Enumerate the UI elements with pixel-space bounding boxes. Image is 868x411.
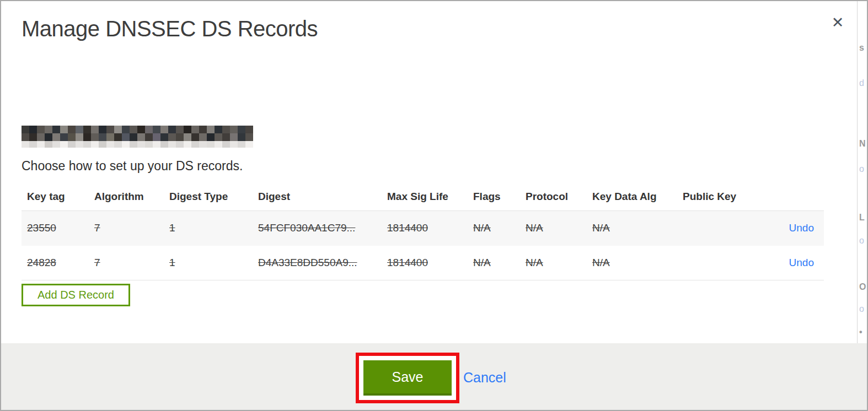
col-header-digest-type: Digest Type [164,183,253,211]
cell-key-tag: 23550 [22,211,89,246]
cancel-link[interactable]: Cancel [463,370,506,386]
cell-public-key [677,211,758,246]
col-header-protocol: Protocol [520,183,587,211]
cell-actions: Undo [758,211,824,246]
annotation-red-box: Save [356,353,459,403]
col-header-flags: Flags [468,183,520,211]
col-header-public-key: Public Key [677,183,758,211]
col-header-algorithm: Algorithm [89,183,164,211]
cell-protocol: N/A [520,246,587,280]
cell-protocol: N/A [520,211,587,246]
table-row: 23550 7 1 54FCF030AA1C79... 1814400 N/A … [22,211,824,246]
cell-public-key [677,246,758,280]
redacted-domain-name [22,126,253,148]
add-ds-record-button[interactable]: Add DS Record [22,284,130,306]
dnssec-modal-screen: Manage DNSSEC DS Records ✕ Choose how to… [0,0,868,411]
page-title: Manage DNSSEC DS Records [22,17,318,41]
col-header-digest: Digest [253,183,382,211]
cell-digest-type: 1 [164,246,253,280]
col-header-key-data-alg: Key Data Alg [587,183,677,211]
cell-flags: N/A [468,211,520,246]
cell-actions: Undo [758,246,824,280]
cell-max-sig-life: 1814400 [382,246,468,280]
cell-key-tag: 24828 [22,246,89,280]
background-page-sliver: sdNoLoOo• [857,1,867,343]
ds-records-table: Key tag Algorithm Digest Type Digest Max… [22,183,824,280]
table-header-row: Key tag Algorithm Digest Type Digest Max… [22,183,824,211]
cell-digest: D4A33E8DD550A9... [253,246,382,280]
col-header-key-tag: Key tag [22,183,89,211]
cell-digest-type: 1 [164,211,253,246]
cell-digest: 54FCF030AA1C79... [253,211,382,246]
modal-footer: Save Cancel [1,343,867,410]
col-header-max-sig-life: Max Sig Life [382,183,468,211]
cell-key-data-alg: N/A [587,246,677,280]
table-row: 24828 7 1 D4A33E8DD550A9... 1814400 N/A … [22,246,824,280]
cell-algorithm: 7 [89,246,164,280]
undo-link[interactable]: Undo [789,222,814,234]
cell-flags: N/A [468,246,520,280]
subtitle-text: Choose how to set up your DS records. [22,159,243,174]
close-icon[interactable]: ✕ [828,13,847,32]
col-header-actions [758,183,824,211]
cell-key-data-alg: N/A [587,211,677,246]
cell-algorithm: 7 [89,211,164,246]
cell-max-sig-life: 1814400 [382,211,468,246]
undo-link[interactable]: Undo [789,257,814,268]
save-button[interactable]: Save [363,360,452,396]
